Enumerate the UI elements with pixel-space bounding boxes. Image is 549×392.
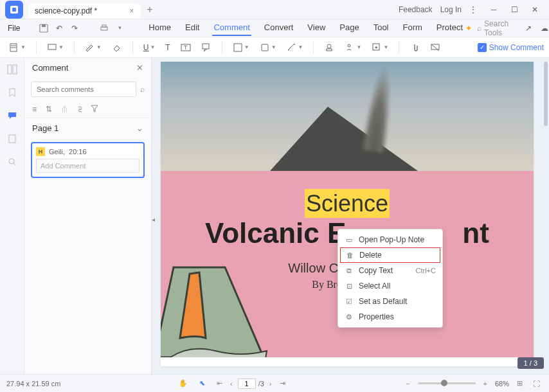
svg-rect-5 bbox=[102, 25, 106, 27]
stamp2-tool[interactable] bbox=[320, 40, 338, 55]
zoom-in-button[interactable]: + bbox=[481, 379, 490, 389]
redo-icon[interactable]: ↷ bbox=[68, 21, 82, 35]
filter-collapse-icon[interactable]: ⫔ bbox=[78, 105, 82, 114]
search-comments-input[interactable] bbox=[31, 82, 136, 97]
share-icon[interactable]: ↗ bbox=[523, 21, 534, 35]
file-menu[interactable]: File bbox=[3, 21, 25, 35]
tab-view[interactable]: View bbox=[306, 20, 327, 36]
hide-comment-tool[interactable] bbox=[426, 40, 444, 55]
maximize-button[interactable]: ☐ bbox=[505, 2, 523, 17]
note-icon: ▭ bbox=[345, 235, 354, 244]
next-page-button[interactable]: › bbox=[267, 379, 274, 389]
comment-item[interactable]: H Geili, 20:16 Add Comment bbox=[31, 142, 145, 178]
bookmarks-icon[interactable] bbox=[6, 86, 19, 99]
fullscreen-icon[interactable]: ⛶ bbox=[530, 379, 543, 389]
last-page-button[interactable]: ⇥ bbox=[277, 378, 288, 389]
page-section-header[interactable]: Page 1 ⌄ bbox=[24, 118, 151, 138]
highlighted-text[interactable]: Science bbox=[305, 189, 390, 218]
highlight-tool[interactable]: ▼ bbox=[43, 40, 68, 55]
search-icon: ⌕ bbox=[477, 24, 482, 33]
filter-funnel-icon[interactable] bbox=[91, 105, 98, 114]
ctx-open-popup-note[interactable]: ▭ Open Pop-Up Note bbox=[338, 232, 442, 247]
tab-home[interactable]: Home bbox=[147, 20, 172, 36]
svg-rect-21 bbox=[9, 135, 15, 143]
tab-form[interactable]: Form bbox=[402, 20, 424, 36]
stamp-tool[interactable]: ▼ bbox=[256, 40, 280, 55]
tab-edit[interactable]: Edit bbox=[184, 20, 201, 36]
menubar: File ↶ ↷ ▼ Home Edit Comment Convert Vie… bbox=[0, 19, 549, 37]
panel-collapse-handle[interactable]: ◂ bbox=[152, 216, 155, 223]
comments-rail-icon[interactable] bbox=[6, 109, 19, 122]
more-icon[interactable]: ⋮ bbox=[469, 5, 477, 14]
search-rail-icon[interactable] bbox=[6, 156, 19, 168]
ctx-select-all[interactable]: ⊡ Select All bbox=[338, 278, 442, 294]
show-comment-toggle[interactable]: ✓ Show Comment bbox=[478, 43, 544, 52]
search-icon[interactable]: ⌕ bbox=[140, 85, 145, 94]
save-icon[interactable] bbox=[37, 21, 51, 35]
tab-protect[interactable]: Protect bbox=[435, 20, 464, 36]
print-icon[interactable] bbox=[97, 21, 111, 35]
custom-stamp-tool[interactable]: ★▼ bbox=[368, 40, 392, 55]
ai-icon[interactable]: ✦ bbox=[465, 24, 472, 33]
tab-tool[interactable]: Tool bbox=[372, 20, 390, 36]
page-total: /3 bbox=[258, 380, 264, 388]
context-menu: ▭ Open Pop-Up Note 🗑 Delete ⧉ Copy Text … bbox=[338, 229, 443, 328]
tab-page[interactable]: Page bbox=[338, 20, 360, 36]
thumbnails-icon[interactable] bbox=[6, 63, 19, 76]
vertical-scrollbar[interactable] bbox=[544, 62, 548, 126]
eraser-tool[interactable] bbox=[108, 40, 126, 55]
print-dropdown-icon[interactable]: ▼ bbox=[113, 21, 127, 35]
attachments-rail-icon[interactable] bbox=[6, 132, 19, 145]
add-tab-button[interactable]: + bbox=[147, 4, 152, 15]
tab-comment[interactable]: Comment bbox=[212, 20, 251, 36]
underline-tool[interactable]: U▼ bbox=[140, 40, 159, 55]
main-tabs: Home Edit Comment Convert View Page Tool… bbox=[147, 20, 464, 36]
svg-rect-7 bbox=[48, 44, 56, 49]
textbox-tool[interactable]: T bbox=[177, 40, 195, 55]
checkbox-checked-icon: ✓ bbox=[478, 43, 487, 52]
filter-sort-icon[interactable]: ≡ bbox=[32, 105, 37, 114]
close-button[interactable]: ✕ bbox=[526, 2, 544, 17]
login-link[interactable]: Log In bbox=[440, 5, 462, 14]
zoom-out-button[interactable]: − bbox=[403, 379, 412, 389]
page-number-input[interactable] bbox=[238, 379, 256, 389]
statusbar: 27.94 x 21.59 cm ✋ ⬉ ⇤ ‹ /3 › ⇥ − + 68% … bbox=[0, 374, 549, 392]
zoom-slider[interactable] bbox=[418, 382, 476, 384]
measure-tool[interactable]: ▼ bbox=[283, 40, 307, 55]
tab-convert[interactable]: Convert bbox=[263, 20, 295, 36]
filter-expand-icon[interactable]: ⫛ bbox=[61, 105, 69, 114]
pencil-tool[interactable]: ▼ bbox=[81, 40, 105, 55]
svg-rect-4 bbox=[101, 27, 107, 30]
feedback-link[interactable]: Feedback bbox=[399, 5, 433, 14]
fit-page-icon[interactable]: ⊞ bbox=[514, 378, 525, 389]
note-tool[interactable]: ▼ bbox=[5, 40, 30, 55]
ctx-properties[interactable]: ⚙ Properties bbox=[338, 309, 442, 325]
add-comment-input[interactable]: Add Comment bbox=[36, 159, 140, 173]
select-tool-icon[interactable]: ⬉ bbox=[197, 378, 208, 389]
svg-text:T: T bbox=[184, 44, 188, 51]
callout-tool[interactable] bbox=[197, 40, 215, 55]
select-all-icon: ⊡ bbox=[345, 281, 354, 290]
ctx-delete[interactable]: 🗑 Delete bbox=[340, 247, 440, 263]
signature-tool[interactable]: ▼ bbox=[341, 40, 365, 55]
document-tab[interactable]: science-copy.pdf * × bbox=[28, 3, 140, 19]
filter-order-icon[interactable]: ⇅ bbox=[46, 105, 52, 114]
undo-icon[interactable]: ↶ bbox=[52, 21, 66, 35]
cloud-icon[interactable]: ☁ bbox=[539, 21, 549, 35]
tab-close-icon[interactable]: × bbox=[129, 6, 134, 15]
attachment-tool[interactable] bbox=[406, 40, 424, 55]
comment-user: Geili, bbox=[49, 148, 65, 156]
minimize-button[interactable]: ─ bbox=[485, 2, 503, 17]
trash-icon: 🗑 bbox=[345, 251, 354, 260]
text-tool[interactable]: T bbox=[161, 40, 174, 55]
highlight-mark-icon: H bbox=[36, 147, 45, 156]
hand-tool-icon[interactable]: ✋ bbox=[176, 378, 190, 389]
prev-page-button[interactable]: ‹ bbox=[228, 379, 235, 389]
shape-tool[interactable]: ▼ bbox=[229, 40, 253, 55]
first-page-button[interactable]: ⇤ bbox=[214, 378, 225, 389]
ctx-copy-text[interactable]: ⧉ Copy Text Ctrl+C bbox=[338, 263, 442, 278]
ctx-set-default[interactable]: ☑ Set as Default bbox=[338, 294, 442, 309]
doc-title: Science bbox=[161, 190, 534, 217]
panel-close-icon[interactable]: ✕ bbox=[136, 63, 143, 73]
search-tools[interactable]: ⌕ Search Tools bbox=[477, 19, 518, 37]
